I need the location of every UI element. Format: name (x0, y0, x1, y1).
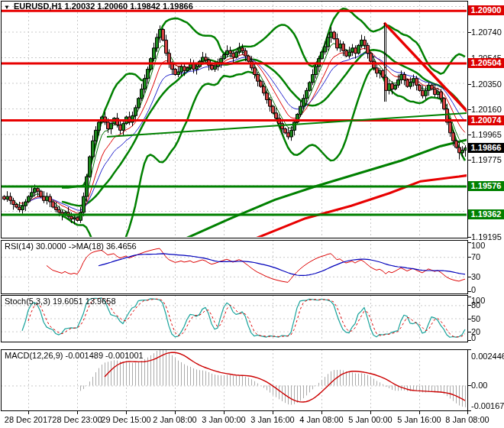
price-chart-canvas[interactable] (0, 0, 504, 428)
symbol-dropdown-icon[interactable]: ▼ (4, 4, 10, 11)
chart-window: ▼EURUSD,H1 1.20032 1.20060 1.19842 1.198… (0, 0, 504, 428)
